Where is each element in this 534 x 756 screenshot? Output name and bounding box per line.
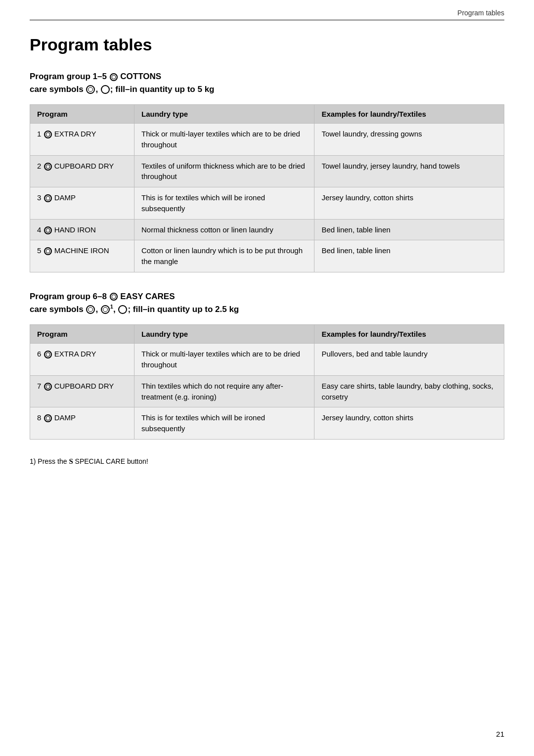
examples-cell: Bed linen, table linen	[314, 240, 504, 272]
special-s-icon: S	[69, 457, 73, 465]
table-row: 8 DAMP This is for textiles which will b…	[30, 407, 504, 440]
laundry-type-cell: Thick or multi-layer textiles which are …	[134, 344, 314, 376]
prog-6-icon	[44, 351, 52, 358]
examples-cell: Easy care shirts, table laundry, baby cl…	[314, 375, 504, 407]
care-symbol-2a	[86, 305, 95, 314]
examples-cell: Towel laundry, jersey laundry, hand towe…	[314, 155, 504, 187]
table-row: 6 EXTRA DRY Thick or multi-layer textile…	[30, 344, 504, 376]
col-laundry-1: Laundry type	[134, 105, 314, 124]
prog-8-icon	[44, 414, 52, 422]
laundry-type-cell: This is for textiles which will be irone…	[134, 187, 314, 220]
table-row: 1 EXTRA DRY Thick or multi-layer textile…	[30, 124, 504, 156]
table-row: 2 CUPBOARD DRY Textiles of uniform thick…	[30, 155, 504, 187]
laundry-type-cell: Thick or multi-layer textiles which are …	[134, 124, 314, 156]
care-symbol-2c	[118, 305, 127, 314]
header-text: Program tables	[457, 9, 504, 17]
page-title: Program tables	[30, 35, 504, 54]
easy-cares-icon	[110, 293, 118, 301]
prog-7-icon	[44, 383, 52, 391]
prog-cell: 5 MACHINE IRON	[30, 240, 134, 272]
examples-cell: Jersey laundry, cotton shirts	[314, 187, 504, 220]
care-symbol-1a	[86, 85, 95, 94]
laundry-type-cell: Cotton or linen laundry which is to be p…	[134, 240, 314, 272]
prog-cell: 4 HAND IRON	[30, 219, 134, 240]
examples-cell: Jersey laundry, cotton shirts	[314, 407, 504, 440]
prog-cell: 8 DAMP	[30, 407, 134, 440]
prog-cell: 3 DAMP	[30, 187, 134, 220]
prog-cell: 2 CUPBOARD DRY	[30, 155, 134, 187]
prog-cell: 1 EXTRA DRY	[30, 124, 134, 156]
table-row: 7 CUPBOARD DRY Thin textiles which do no…	[30, 375, 504, 407]
prog-5-icon	[44, 247, 52, 255]
prog-1-icon	[44, 131, 52, 138]
care-symbol-1b	[101, 85, 110, 94]
care-symbol-2b	[101, 305, 110, 314]
prog-cell: 6 EXTRA DRY	[30, 344, 134, 376]
prog-cell: 7 CUPBOARD DRY	[30, 375, 134, 407]
section-1-table: Program Laundry type Examples for laundr…	[30, 104, 504, 272]
laundry-type-cell: This is for textiles which will be irone…	[134, 407, 314, 440]
laundry-type-cell: Thin textiles which do not require any a…	[134, 375, 314, 407]
prog-4-icon	[44, 226, 52, 234]
section-1-heading: Program group 1–5 COTTONS care symbols ,…	[30, 70, 504, 95]
col-laundry-2: Laundry type	[134, 325, 314, 344]
page-number: 21	[496, 730, 504, 738]
laundry-type-cell: Textiles of uniform thickness which are …	[134, 155, 314, 187]
col-program-1: Program	[30, 105, 134, 124]
examples-cell: Bed linen, table linen	[314, 219, 504, 240]
laundry-type-cell: Normal thickness cotton or linen laundry	[134, 219, 314, 240]
footnote: 1) Press the S SPECIAL CARE button!	[30, 457, 504, 466]
prog-3-icon	[44, 194, 52, 202]
section-1: Program group 1–5 COTTONS care symbols ,…	[30, 70, 504, 272]
col-program-2: Program	[30, 325, 134, 344]
prog-2-icon	[44, 163, 52, 171]
table-row: 5 MACHINE IRON Cotton or linen laundry w…	[30, 240, 504, 272]
col-examples-2: Examples for laundry/Textiles	[314, 325, 504, 344]
examples-cell: Pullovers, bed and table laundry	[314, 344, 504, 376]
cottons-icon	[110, 73, 118, 81]
table-row: 4 HAND IRON Normal thickness cotton or l…	[30, 219, 504, 240]
section-2-table: Program Laundry type Examples for laundr…	[30, 324, 504, 440]
section-2: Program group 6–8 EASY CARES care symbol…	[30, 290, 504, 440]
section-2-heading: Program group 6–8 EASY CARES care symbol…	[30, 290, 504, 316]
examples-cell: Towel laundry, dressing gowns	[314, 124, 504, 156]
col-examples-1: Examples for laundry/Textiles	[314, 105, 504, 124]
table-row: 3 DAMP This is for textiles which will b…	[30, 187, 504, 220]
